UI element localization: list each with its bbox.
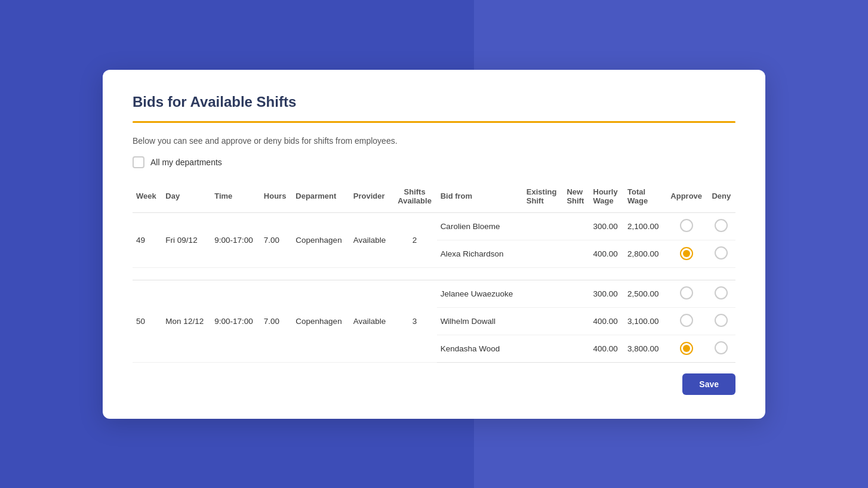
col-header-department: Deparment — [292, 183, 349, 213]
col-header-hourly-wage: HourlyWage — [590, 183, 624, 213]
all-departments-row: All my departments — [133, 156, 735, 168]
col-header-week: Week — [133, 183, 162, 213]
all-departments-label: All my departments — [150, 157, 222, 167]
new-shift-cell — [563, 307, 589, 335]
approve-cell — [666, 240, 707, 267]
save-button[interactable]: Save — [682, 373, 735, 395]
existing-shift-cell — [523, 335, 564, 362]
deny-radio[interactable] — [715, 286, 728, 299]
col-header-new-shift: NewShift — [563, 183, 589, 213]
day-cell: Mon 12/12 — [162, 280, 211, 362]
group-spacer — [133, 267, 735, 280]
approve-cell — [666, 335, 707, 362]
provider-cell: Available — [350, 212, 393, 267]
deny-cell — [707, 212, 735, 240]
total-wage-cell: 3,100.00 — [624, 307, 666, 335]
title-divider — [133, 121, 735, 123]
time-cell: 9:00-17:00 — [211, 280, 260, 362]
new-shift-cell — [563, 212, 589, 240]
hourly-wage-cell: 400.00 — [590, 240, 624, 267]
department-cell: Copenhagen — [292, 212, 349, 267]
existing-shift-cell — [523, 212, 564, 240]
day-cell: Fri 09/12 — [162, 212, 211, 267]
time-cell: 9:00-17:00 — [211, 212, 260, 267]
table-header-row: Week Day Time Hours Deparment Provider S… — [133, 183, 735, 213]
col-header-total-wage: TotalWage — [624, 183, 666, 213]
shifts-available-cell: 2 — [393, 212, 437, 267]
bid-from-cell: Wilhelm Dowall — [437, 307, 523, 335]
col-header-hours: Hours — [260, 183, 293, 213]
existing-shift-cell — [523, 280, 564, 307]
deny-cell — [707, 307, 735, 335]
col-header-day: Day — [162, 183, 211, 213]
approve-radio[interactable] — [680, 342, 693, 355]
deny-cell — [707, 280, 735, 307]
bid-from-cell: Jelanee Uwaezuoke — [437, 280, 523, 307]
table-row: 50Mon 12/129:00-17:007.00CopenhagenAvail… — [133, 280, 735, 307]
modal-title: Bids for Available Shifts — [133, 94, 735, 110]
col-header-approve: Approve — [666, 183, 707, 213]
existing-shift-cell — [523, 240, 564, 267]
hourly-wage-cell: 300.00 — [590, 280, 624, 307]
bid-from-cell: Alexa Richardson — [437, 240, 523, 267]
bid-from-cell: Kendasha Wood — [437, 335, 523, 362]
deny-radio[interactable] — [715, 246, 728, 260]
new-shift-cell — [563, 240, 589, 267]
approve-radio[interactable] — [680, 247, 693, 260]
total-wage-cell: 2,100.00 — [624, 212, 666, 240]
hourly-wage-cell: 400.00 — [590, 335, 624, 362]
col-header-deny: Deny — [707, 183, 735, 213]
deny-radio[interactable] — [715, 314, 728, 327]
col-header-shifts-available: ShiftsAvailable — [393, 183, 437, 213]
provider-cell: Available — [350, 280, 393, 362]
week-cell: 50 — [133, 280, 162, 362]
col-header-provider: Provider — [350, 183, 393, 213]
approve-cell — [666, 212, 707, 240]
new-shift-cell — [563, 280, 589, 307]
bid-from-cell: Carolien Bloeme — [437, 212, 523, 240]
all-departments-checkbox[interactable] — [133, 156, 144, 168]
table-row: 49Fri 09/129:00-17:007.00CopenhagenAvail… — [133, 212, 735, 240]
approve-radio[interactable] — [680, 286, 693, 299]
department-cell: Copenhagen — [292, 280, 349, 362]
total-wage-cell: 3,800.00 — [624, 335, 666, 362]
hourly-wage-cell: 400.00 — [590, 307, 624, 335]
hours-cell: 7.00 — [260, 280, 293, 362]
deny-radio[interactable] — [715, 219, 728, 232]
modal-subtitle: Below you can see and approve or deny bi… — [133, 136, 735, 146]
existing-shift-cell — [523, 307, 564, 335]
approve-radio[interactable] — [680, 314, 693, 327]
col-header-time: Time — [211, 183, 260, 213]
bids-table: Week Day Time Hours Deparment Provider S… — [133, 183, 735, 363]
deny-radio[interactable] — [715, 341, 728, 354]
approve-radio[interactable] — [680, 219, 693, 232]
new-shift-cell — [563, 335, 589, 362]
approve-cell — [666, 307, 707, 335]
shifts-available-cell: 3 — [393, 280, 437, 362]
hours-cell: 7.00 — [260, 212, 293, 267]
total-wage-cell: 2,800.00 — [624, 240, 666, 267]
hourly-wage-cell: 300.00 — [590, 212, 624, 240]
approve-cell — [666, 280, 707, 307]
deny-cell — [707, 240, 735, 267]
total-wage-cell: 2,500.00 — [624, 280, 666, 307]
deny-cell — [707, 335, 735, 362]
col-header-bid-from: Bid from — [437, 183, 523, 213]
week-cell: 49 — [133, 212, 162, 267]
modal-container: Bids for Available Shifts Below you can … — [103, 70, 765, 419]
col-header-existing-shift: ExistingShift — [523, 183, 564, 213]
